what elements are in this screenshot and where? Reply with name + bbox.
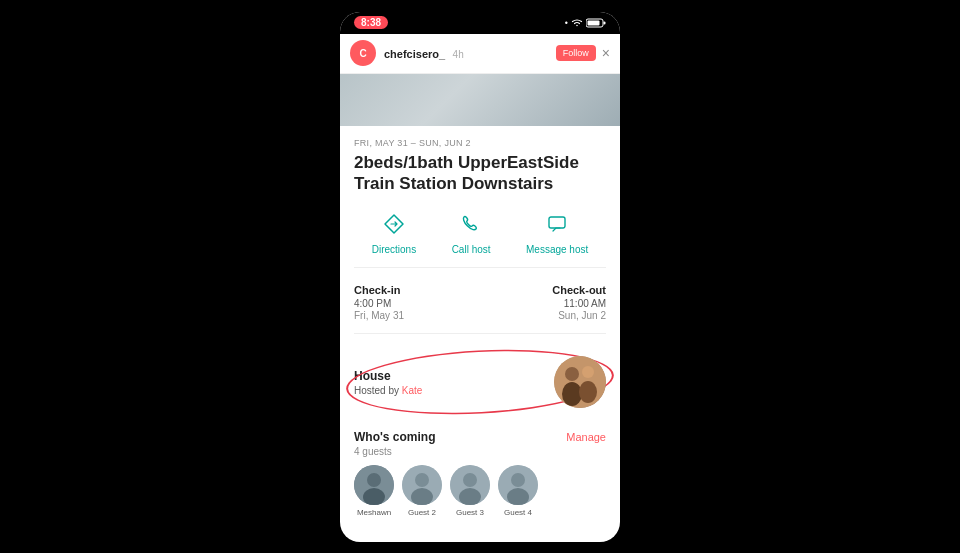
checkout-block: Check-out 11:00 AM Sun, Jun 2	[552, 284, 606, 321]
svg-point-7	[582, 366, 594, 378]
whos-coming-title: Who's coming	[354, 430, 436, 444]
action-row: Directions Call host Message host	[354, 208, 606, 268]
svg-point-8	[579, 381, 597, 403]
checkin-block: Check-in 4:00 PM Fri, May 31	[354, 284, 404, 321]
header-time-ago: 4h	[453, 49, 464, 60]
directions-action[interactable]: Directions	[372, 208, 416, 255]
svg-point-6	[562, 382, 582, 406]
host-avatar[interactable]	[554, 356, 606, 408]
call-host-label: Call host	[452, 244, 491, 255]
guest-avatars: Meshawn Guest 2	[354, 465, 606, 517]
app-header: C chefcisero_ 4h Follow ×	[340, 34, 620, 74]
header-actions: Follow ×	[556, 45, 610, 61]
svg-rect-1	[604, 21, 606, 24]
list-item: Guest 4	[498, 465, 538, 517]
call-host-action[interactable]: Call host	[452, 208, 491, 255]
date-range: FRI, MAY 31 – SUN, JUN 2	[354, 138, 606, 148]
whos-coming-section: Who's coming Manage 4 guests Meshawn	[354, 430, 606, 527]
directions-label: Directions	[372, 244, 416, 255]
phone-icon	[455, 208, 487, 240]
hosted-by-prefix: Hosted by	[354, 385, 402, 396]
battery-icon	[586, 18, 606, 28]
checkin-label: Check-in	[354, 284, 404, 296]
content-area: FRI, MAY 31 – SUN, JUN 2 2beds/1bath Upp…	[340, 126, 620, 542]
follow-button[interactable]: Follow	[556, 45, 596, 61]
svg-point-10	[367, 473, 381, 487]
checkout-label: Check-out	[552, 284, 606, 296]
wifi-icon	[571, 18, 583, 27]
signal-icon: •	[565, 18, 568, 28]
list-item: Guest 2	[402, 465, 442, 517]
guest-name-3: Guest 3	[456, 508, 484, 517]
checkin-date: Fri, May 31	[354, 310, 404, 321]
status-icons: •	[565, 18, 606, 28]
host-avatar-image	[554, 356, 606, 408]
host-by: Hosted by Kate	[354, 385, 422, 396]
guest-name-2: Guest 2	[408, 508, 436, 517]
listing-title: 2beds/1bath UpperEastSide Train Station …	[354, 152, 606, 195]
manage-link[interactable]: Manage	[566, 431, 606, 443]
status-bar: 8:38 •	[340, 12, 620, 34]
header-user-info: chefcisero_ 4h	[384, 44, 464, 62]
checkout-date: Sun, Jun 2	[552, 310, 606, 321]
svg-point-19	[511, 473, 525, 487]
list-item: Guest 3	[450, 465, 490, 517]
guest-name-1: Meshawn	[357, 508, 391, 517]
guest-name-4: Guest 4	[504, 508, 532, 517]
whos-coming-header: Who's coming Manage	[354, 430, 606, 444]
hero-image	[340, 74, 620, 126]
host-type: House	[354, 369, 422, 383]
close-button[interactable]: ×	[602, 46, 610, 60]
svg-point-5	[565, 367, 579, 381]
checkin-time: 4:00 PM	[354, 298, 404, 309]
directions-icon	[378, 208, 410, 240]
guest-avatar-4	[498, 465, 538, 505]
host-name: Kate	[402, 385, 423, 396]
host-section-wrapper: House Hosted by Kate	[354, 348, 606, 416]
status-time: 8:38	[354, 16, 388, 29]
phone-container: 8:38 • C chefcisero_ 4h Follow ×	[340, 12, 620, 542]
checkout-time: 11:00 AM	[552, 298, 606, 309]
guests-count: 4 guests	[354, 446, 606, 457]
guest-avatar-1	[354, 465, 394, 505]
header-username: chefcisero_	[384, 48, 445, 60]
guest-avatar-3	[450, 465, 490, 505]
app-logo: C	[350, 40, 376, 66]
message-host-label: Message host	[526, 244, 588, 255]
guest-avatar-2	[402, 465, 442, 505]
logo-text: C	[359, 48, 366, 59]
svg-point-16	[463, 473, 477, 487]
message-host-action[interactable]: Message host	[526, 208, 588, 255]
list-item: Meshawn	[354, 465, 394, 517]
host-section: House Hosted by Kate	[354, 348, 606, 416]
checkin-row: Check-in 4:00 PM Fri, May 31 Check-out 1…	[354, 284, 606, 334]
svg-rect-2	[588, 20, 600, 25]
svg-point-13	[415, 473, 429, 487]
message-icon	[541, 208, 573, 240]
host-info: House Hosted by Kate	[354, 369, 422, 396]
svg-rect-3	[549, 217, 565, 228]
